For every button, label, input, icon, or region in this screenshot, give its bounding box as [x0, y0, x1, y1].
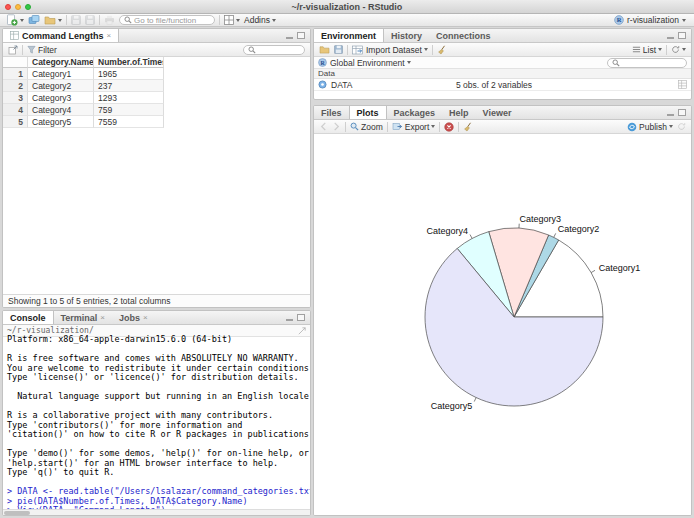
chevron-down-icon	[272, 19, 276, 22]
tab-packages[interactable]: Packages	[387, 106, 443, 119]
tab-help[interactable]: Help	[442, 106, 476, 119]
tab-jobs[interactable]: Jobs ×	[112, 311, 155, 324]
console-hscrollbar[interactable]	[3, 509, 310, 515]
close-tab-icon[interactable]: ×	[107, 31, 112, 40]
view-directory-icon[interactable]	[298, 327, 306, 335]
table-row[interactable]: 4Category4759	[3, 104, 164, 116]
toolbar-separator	[66, 15, 67, 25]
tab-label: Command Lengths	[22, 31, 104, 41]
data-viewer-toolbar: Filter	[3, 43, 310, 57]
table-row[interactable]: 5Category57559	[3, 116, 164, 128]
column-header[interactable]: Category.Name	[28, 57, 94, 68]
console-line: 'citation()' on how to cite R or R packa…	[7, 430, 310, 440]
tab-command-lengths[interactable]: Command Lengths ×	[3, 29, 119, 42]
row-number-cell: 5	[3, 116, 28, 128]
environment-toolbar: Import Dataset List	[314, 43, 691, 57]
tab-terminal[interactable]: Terminal ×	[54, 311, 113, 324]
maximize-pane-icon[interactable]	[297, 314, 305, 321]
minimize-pane-icon[interactable]	[667, 37, 674, 39]
pie-label-tick	[591, 270, 595, 272]
pie-slice-label: Category5	[431, 401, 473, 411]
new-file-icon	[6, 14, 18, 26]
tab-environment[interactable]: Environment	[314, 29, 384, 42]
dv-table-body: 1Category119652Category22373Category3129…	[3, 68, 164, 128]
toolbar-separator	[432, 45, 433, 55]
zoom-plot-button[interactable]: Zoom	[350, 122, 383, 132]
refresh-environment-button[interactable]	[671, 45, 686, 54]
view-dataframe-grid-icon[interactable]	[678, 80, 687, 89]
publish-label: Publish	[639, 122, 667, 132]
tab-label: Console	[10, 313, 46, 323]
popout-icon[interactable]	[8, 45, 18, 55]
table-status-text: Showing 1 to 5 of 5 entries, 2 total col…	[3, 294, 310, 307]
table-cell: Category1	[28, 68, 94, 80]
goto-file-search[interactable]: Go to file/function	[119, 15, 215, 25]
save-all-button	[85, 15, 95, 25]
import-dataset-icon	[352, 45, 364, 55]
close-tab-icon[interactable]: ×	[100, 313, 105, 322]
console-output[interactable]: Platform: x86_64-apple-darwin15.6.0 (64-…	[3, 335, 310, 509]
table-row[interactable]: 2Category2237	[3, 80, 164, 92]
clear-plots-broom-icon[interactable]	[463, 122, 473, 132]
pie-slice-label: Category4	[426, 226, 468, 236]
scope-selector[interactable]: Global Environment	[330, 58, 411, 68]
object-name: DATA	[331, 80, 352, 90]
plot-area: Category1Category2Category3Category4Cate…	[314, 135, 691, 515]
new-file-button[interactable]	[6, 14, 24, 26]
publish-icon	[627, 122, 637, 132]
maximize-pane-icon[interactable]	[678, 32, 686, 39]
tab-connections[interactable]: Connections	[429, 29, 498, 42]
dataframe-icon	[318, 80, 327, 89]
minimize-pane-icon[interactable]	[667, 114, 674, 116]
maximize-pane-icon[interactable]	[678, 109, 686, 116]
main-toolbar: Go to file/function Addins R r-visualiza…	[0, 14, 694, 27]
list-label: List	[643, 45, 656, 55]
list-view-button[interactable]: List	[632, 45, 662, 55]
pie-slice-label: Category1	[599, 263, 641, 273]
table-cell: 7559	[94, 116, 164, 128]
tab-history[interactable]: History	[384, 29, 429, 42]
data-table: Category.Name Number.of.Times 1Category1…	[3, 57, 164, 128]
minimize-pane-icon[interactable]	[286, 319, 293, 321]
publish-button[interactable]: Publish	[627, 122, 673, 132]
export-plot-button[interactable]: Export	[392, 122, 436, 132]
table-row[interactable]: 3Category31293	[3, 92, 164, 104]
save-workspace-icon[interactable]	[334, 45, 343, 54]
table-cell: 759	[94, 104, 164, 116]
tab-viewer[interactable]: Viewer	[476, 106, 519, 119]
addins-button[interactable]: Addins	[244, 15, 276, 25]
environment-tabbar: Environment History Connections	[314, 29, 691, 43]
open-file-button[interactable]	[44, 15, 62, 25]
pie-label-tick	[470, 235, 472, 239]
remove-plot-icon[interactable]	[444, 122, 454, 132]
import-dataset-button[interactable]: Import Dataset	[352, 45, 428, 55]
load-workspace-icon[interactable]	[319, 45, 330, 54]
filter-button[interactable]: Filter	[27, 45, 57, 55]
new-project-button[interactable]	[28, 14, 40, 26]
tab-label: Jobs	[119, 313, 140, 323]
search-icon	[612, 59, 620, 67]
tab-plots[interactable]: Plots	[349, 106, 387, 119]
toolbar-separator	[22, 45, 23, 55]
minimize-pane-icon[interactable]	[286, 37, 293, 39]
pie-slice-label: Category2	[558, 224, 600, 234]
scrollbar-thumb[interactable]	[4, 511, 30, 515]
chevron-down-icon	[236, 19, 240, 22]
clear-workspace-broom-icon[interactable]	[437, 45, 447, 55]
console-line: Natural language support but running in …	[7, 392, 310, 402]
project-menu-button[interactable]: R r-visualization	[614, 15, 688, 25]
maximize-pane-icon[interactable]	[297, 32, 305, 39]
corner-header-cell[interactable]	[3, 57, 28, 68]
refresh-icon	[671, 45, 680, 54]
table-row[interactable]: 1Category11965	[3, 68, 164, 80]
tab-label: Connections	[436, 31, 491, 41]
table-search-input[interactable]	[243, 45, 305, 55]
close-tab-icon[interactable]: ×	[143, 313, 148, 322]
pane-layout-button[interactable]	[224, 15, 240, 25]
tab-console[interactable]: Console	[3, 311, 54, 324]
column-header[interactable]: Number.of.Times	[94, 57, 164, 68]
tab-files[interactable]: Files	[314, 106, 349, 119]
environment-search-input[interactable]	[607, 58, 687, 68]
environment-object-row[interactable]: DATA 5 obs. of 2 variables	[314, 79, 691, 91]
chevron-down-icon	[658, 48, 662, 51]
